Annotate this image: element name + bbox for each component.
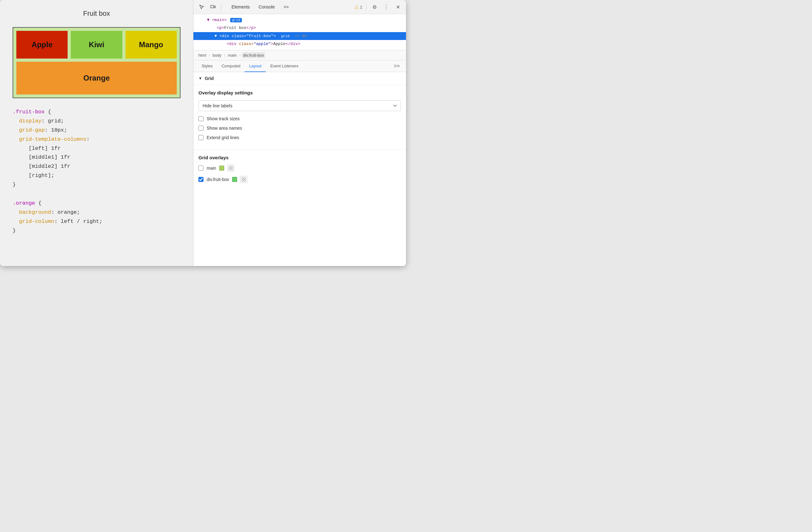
toolbar-divider-2 — [366, 4, 366, 10]
kiwi-cell: Kiwi — [71, 31, 122, 58]
breadcrumb-main[interactable]: main — [227, 52, 238, 58]
show-track-sizes-row[interactable]: Show track sizes — [199, 116, 401, 121]
device-toolbar-icon[interactable] — [208, 2, 217, 11]
fruit-grid: Apple Kiwi Mango Orange — [13, 27, 180, 98]
orange-cell: Orange — [16, 62, 177, 95]
svg-rect-7 — [244, 178, 246, 179]
show-track-sizes-label: Show track sizes — [207, 116, 240, 121]
overlay-fruit-box-color-swatch[interactable] — [232, 177, 237, 182]
warning-icon: ⚠ — [354, 4, 359, 10]
code-block-fruit-box: .fruit-box { display: grid; grid-gap: 10… — [13, 108, 180, 190]
grid-overlays-section: Grid overlays main — [193, 150, 406, 192]
dom-line-fruit-box[interactable]: ... ▼ <div class="fruit-box"> grid == $0 — [193, 32, 406, 40]
warning-badge: ⚠ 1 — [354, 4, 362, 10]
dom-line-main[interactable]: ▼ <main> grid — [193, 16, 406, 24]
panel-tabs: Styles Computed Layout Event Listeners >… — [193, 60, 406, 72]
overlay-fruit-box-checkbox[interactable] — [199, 177, 203, 182]
overlay-main-label: main — [207, 166, 216, 171]
svg-rect-3 — [231, 166, 233, 168]
svg-rect-8 — [242, 180, 243, 181]
breadcrumb: html › body › main › div.fruit-box — [193, 51, 406, 60]
mango-cell: Mango — [126, 31, 177, 58]
tab-event-listeners[interactable]: Event Listeners — [266, 60, 303, 72]
show-track-sizes-checkbox[interactable] — [199, 116, 203, 121]
apple-cell: Apple — [16, 31, 68, 58]
svg-rect-9 — [244, 180, 246, 181]
svg-rect-5 — [231, 168, 233, 170]
panel-tabs-more[interactable]: >> — [391, 61, 402, 71]
extend-grid-lines-checkbox[interactable] — [199, 135, 203, 140]
tab-console[interactable]: Console — [255, 3, 278, 11]
extend-grid-lines-row[interactable]: Extend grid lines — [199, 135, 401, 140]
show-area-names-checkbox[interactable] — [199, 126, 203, 131]
overlay-row-fruit-box: div.fruit-box — [199, 176, 401, 183]
show-area-names-row[interactable]: Show area names — [199, 126, 401, 131]
extend-grid-lines-label: Extend grid lines — [207, 135, 239, 140]
close-icon[interactable]: ✕ — [393, 2, 402, 11]
breadcrumb-body[interactable]: body — [211, 52, 223, 58]
svg-rect-4 — [229, 168, 231, 170]
devtools-panel: Elements Console >> ⚠ 1 ⚙ ⋮ ✕ ▼ <main> g… — [193, 0, 406, 266]
tab-more-main[interactable]: >> — [280, 3, 292, 11]
line-labels-dropdown-row: Hide line labels Show line numbers Show … — [199, 100, 401, 111]
dom-line-apple[interactable]: <div class="apple">Apple</div> — [193, 40, 406, 48]
chevron-down-icon: ▼ — [199, 76, 202, 81]
page-title: Fruit box — [13, 10, 180, 18]
breadcrumb-html[interactable]: html — [197, 52, 207, 58]
settings-icon[interactable]: ⚙ — [370, 2, 379, 11]
overlay-main-grid-icon[interactable] — [227, 165, 234, 171]
overlay-settings-section: Overlay display settings Hide line label… — [193, 85, 406, 150]
left-panel: Fruit box Apple Kiwi Mango Orange .fruit… — [0, 0, 193, 266]
more-options-button[interactable]: ⋮ — [381, 3, 391, 11]
overlay-fruit-box-label: div.fruit-box — [207, 177, 229, 182]
toolbar-divider-1 — [221, 4, 221, 10]
tab-layout[interactable]: Layout — [245, 60, 266, 72]
show-area-names-label: Show area names — [207, 126, 242, 131]
grid-badge-main: grid — [230, 18, 242, 22]
grid-badge-fruit-box: grid — [279, 34, 291, 38]
inspector-icon[interactable] — [197, 2, 206, 11]
layout-content: ▼ Grid Overlay display settings Hide lin… — [193, 72, 406, 266]
main-tabs: Elements Console >> — [228, 3, 292, 11]
grid-section-header[interactable]: ▼ Grid — [193, 72, 406, 85]
dom-tree: ▼ <main> grid <p>Fruit box</p> ... ▼ <di… — [193, 14, 406, 51]
overlay-fruit-box-grid-icon[interactable] — [240, 176, 247, 183]
dom-ellipsis[interactable]: ... — [197, 34, 209, 38]
overlay-main-color-swatch[interactable] — [219, 166, 224, 171]
overlay-settings-title: Overlay display settings — [199, 90, 401, 95]
svg-rect-6 — [242, 178, 243, 179]
breadcrumb-fruit-box[interactable]: div.fruit-box — [242, 52, 265, 58]
svg-rect-0 — [211, 5, 214, 8]
tab-elements[interactable]: Elements — [228, 3, 253, 11]
toolbar-right: ⚠ 1 ⚙ ⋮ ✕ — [354, 2, 402, 11]
svg-rect-1 — [214, 6, 215, 8]
line-labels-dropdown[interactable]: Hide line labels Show line numbers Show … — [199, 100, 401, 111]
tab-computed[interactable]: Computed — [217, 60, 245, 72]
tab-styles[interactable]: Styles — [197, 60, 217, 72]
devtools-toolbar: Elements Console >> ⚠ 1 ⚙ ⋮ ✕ — [193, 0, 406, 14]
grid-overlays-title: Grid overlays — [199, 155, 401, 160]
svg-rect-2 — [229, 166, 231, 168]
code-block-orange: .orange { background: orange; grid-colum… — [13, 199, 180, 236]
overlay-row-main: main — [199, 165, 401, 171]
overlay-main-checkbox[interactable] — [199, 166, 203, 171]
dom-line-p[interactable]: <p>Fruit box</p> — [193, 24, 406, 32]
